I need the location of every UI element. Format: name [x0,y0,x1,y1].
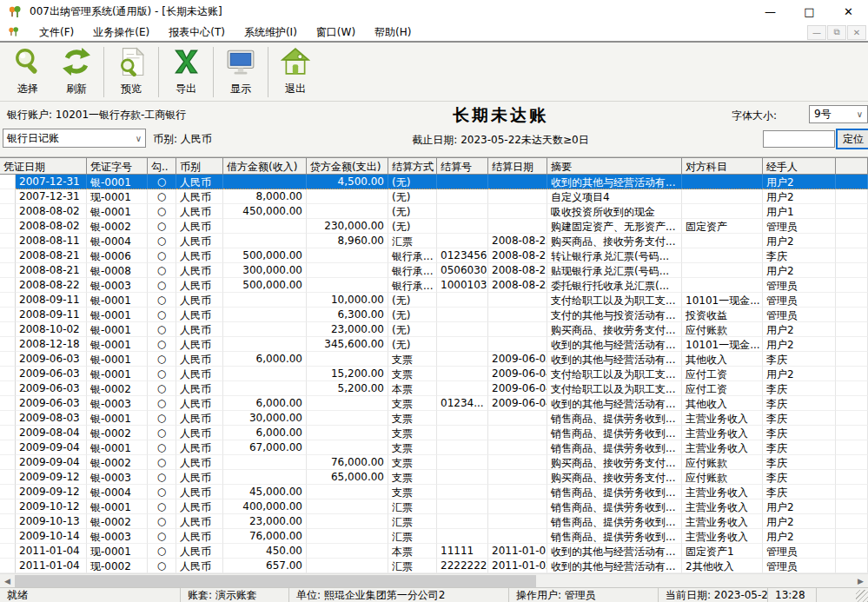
handler-cell[interactable]: 李庆 [763,411,836,426]
voucher-date-cell[interactable]: 2009-08-04 [16,426,87,440]
settle-date-cell[interactable] [488,411,547,426]
filler-cell[interactable] [836,263,868,278]
handler-cell[interactable]: 用户2 [763,175,836,189]
currency-cell[interactable]: 人民币 [176,248,223,263]
voucher-no-cell[interactable]: 银-0002 [87,514,148,529]
settle-date-cell[interactable] [488,175,547,189]
summary-cell[interactable]: 购买商品、接收劳务支付... [547,470,682,485]
header-summary[interactable]: 摘要 [547,158,682,174]
filler-cell[interactable] [836,204,868,219]
summary-cell[interactable]: 支付给职工以及为职工支... [547,293,682,308]
settle-no-cell[interactable] [437,529,488,544]
settle-method-cell[interactable]: 汇票 [388,529,437,544]
filler-cell[interactable] [836,189,868,204]
counter-account-cell[interactable]: 应付工资 [682,381,763,396]
header-settle-date[interactable]: 结算日期 [488,158,547,174]
settle-date-cell[interactable] [488,293,547,308]
counter-account-cell[interactable]: 应付账款 [682,322,763,337]
counter-account-cell[interactable]: 应付账款 [682,470,763,485]
summary-cell[interactable]: 支付的其他与投资活动有... [547,308,682,322]
check-mark-cell[interactable]: ○ [148,248,176,263]
summary-cell[interactable]: 销售商品、提供劳务收到... [547,440,682,455]
counter-account-cell[interactable] [682,189,763,204]
voucher-date-cell[interactable]: 2009-09-04 [16,440,87,455]
check-mark-cell[interactable]: ○ [148,204,176,219]
currency-cell[interactable]: 人民币 [176,544,223,559]
settle-method-cell[interactable]: 支票 [388,440,437,455]
check-mark-cell[interactable]: ○ [148,308,176,322]
settle-method-cell[interactable]: 银行承... [388,248,437,263]
filler-cell[interactable] [836,234,868,248]
credit-amount-cell[interactable] [307,544,388,559]
filler-cell[interactable] [836,396,868,411]
currency-cell[interactable]: 人民币 [176,559,223,573]
check-mark-cell[interactable]: ○ [148,337,176,352]
voucher-no-cell[interactable]: 现-0001 [87,544,148,559]
settle-method-cell[interactable]: 本票 [388,381,437,396]
voucher-date-cell[interactable]: 2009-09-12 [16,485,87,499]
currency-cell[interactable]: 人民币 [176,278,223,293]
table-row[interactable]: 2009-06-03银-0001○人民币6,000.00支票2009-06-03… [0,352,868,367]
counter-account-cell[interactable]: 主营业务收入 [682,514,763,529]
summary-cell[interactable]: 吸收投资所收到的现金 [547,204,682,219]
settle-no-cell[interactable]: 01234567 [437,248,488,263]
debit-amount-cell[interactable] [223,234,307,248]
toolbar-select-button[interactable]: 选择 [3,45,52,99]
counter-account-cell[interactable]: 固定资产 [682,219,763,234]
credit-amount-cell[interactable] [307,499,388,514]
counter-account-cell[interactable]: 主营业务收入 [682,499,763,514]
debit-amount-cell[interactable] [223,308,307,322]
check-mark-cell[interactable]: ○ [148,426,176,440]
table-row[interactable]: 2008-09-11银-0001○人民币10,000.00(无)支付给职工以及为… [0,293,868,308]
debit-amount-cell[interactable] [223,367,307,381]
debit-amount-cell[interactable] [223,455,307,470]
voucher-no-cell[interactable]: 银-0001 [87,352,148,367]
debit-amount-cell[interactable]: 23,000.00 [223,514,307,529]
settle-date-cell[interactable] [488,470,547,485]
header-check[interactable]: 勾.. [148,158,176,174]
voucher-no-cell[interactable]: 银-0001 [87,204,148,219]
locate-button[interactable]: 定位 [836,129,868,149]
currency-cell[interactable]: 人民币 [176,455,223,470]
currency-cell[interactable]: 人民币 [176,470,223,485]
summary-cell[interactable]: 销售商品、提供劳务收到... [547,426,682,440]
voucher-date-cell[interactable]: 2008-12-18 [16,337,87,352]
settle-date-cell[interactable] [488,204,547,219]
settle-date-cell[interactable]: 2009-06-04 [488,367,547,381]
settle-date-cell[interactable]: 2011-01-01 [488,544,547,559]
summary-cell[interactable]: 委托银行托收承兑汇票(... [547,278,682,293]
handler-cell[interactable]: 用户2 [763,337,836,352]
credit-amount-cell[interactable] [307,396,388,411]
table-row[interactable]: 2011-01-04现-0002○人民币657.00汇票22222222011-… [0,559,868,573]
voucher-date-cell[interactable]: 2008-09-11 [16,308,87,322]
row-indicator[interactable] [0,219,16,234]
row-indicator[interactable] [0,189,16,204]
menu-item-business[interactable]: 业务操作(E) [83,23,159,42]
credit-amount-cell[interactable]: 76,000.00 [307,455,388,470]
table-row[interactable]: 2009-10-12银-0001○人民币400,000.00汇票销售商品、提供劳… [0,499,868,514]
currency-cell[interactable]: 人民币 [176,175,223,189]
currency-cell[interactable]: 人民币 [176,337,223,352]
settle-date-cell[interactable] [488,499,547,514]
settle-no-cell[interactable] [437,204,488,219]
debit-amount-cell[interactable]: 8,000.00 [223,189,307,204]
counter-account-cell[interactable]: 主营业务收入 [682,485,763,499]
row-indicator[interactable] [0,411,16,426]
debit-amount-cell[interactable]: 30,000.00 [223,411,307,426]
filler-cell[interactable] [836,559,868,573]
voucher-no-cell[interactable]: 银-0002 [87,219,148,234]
voucher-date-cell[interactable]: 2008-08-02 [16,219,87,234]
settle-no-cell[interactable] [437,337,488,352]
menu-item-help[interactable]: 帮助(H) [365,23,421,42]
credit-amount-cell[interactable] [307,263,388,278]
credit-amount-cell[interactable] [307,189,388,204]
settle-date-cell[interactable] [488,189,547,204]
check-mark-cell[interactable]: ○ [148,559,176,573]
check-mark-cell[interactable]: ○ [148,470,176,485]
filler-cell[interactable] [836,219,868,234]
settle-no-cell[interactable] [437,293,488,308]
settle-date-cell[interactable] [488,322,547,337]
row-indicator[interactable] [0,322,16,337]
filler-cell[interactable] [836,485,868,499]
voucher-no-cell[interactable]: 银-0002 [87,381,148,396]
